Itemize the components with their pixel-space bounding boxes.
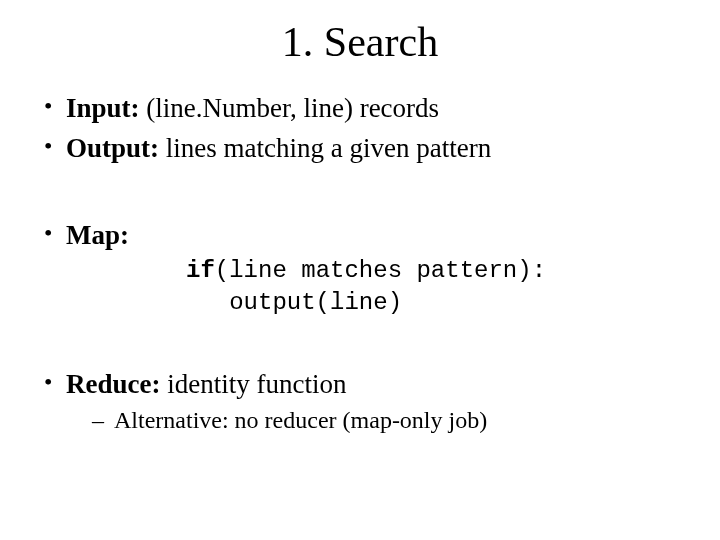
output-label: Output: (66, 133, 159, 163)
reduce-label: Reduce: (66, 369, 160, 399)
bullet-map: Map: if(line matches pattern): output(li… (40, 217, 680, 318)
bullet-reduce: Reduce: identity function Alternative: n… (40, 366, 680, 437)
spacer (40, 322, 680, 366)
code-keyword-if: if (186, 257, 215, 284)
code-line1-rest: (line matches pattern): (215, 257, 546, 284)
bullet-output: Output: lines matching a given pattern (40, 130, 680, 166)
slide: 1. Search Input: (line.Number, line) rec… (0, 0, 720, 540)
slide-title: 1. Search (40, 18, 680, 66)
map-label: Map: (66, 220, 129, 250)
reduce-alternative: Alternative: no reducer (map-only job) (92, 404, 680, 436)
reduce-sublist: Alternative: no reducer (map-only job) (66, 404, 680, 436)
code-line2: output(line) (186, 289, 402, 316)
input-label: Input: (66, 93, 140, 123)
spacer (40, 171, 680, 217)
map-code: if(line matches pattern): output(line) (186, 255, 680, 317)
bullet-list: Input: (line.Number, line) records Outpu… (40, 90, 680, 437)
output-text: lines matching a given pattern (159, 133, 491, 163)
reduce-text: identity function (160, 369, 346, 399)
input-text: (line.Number, line) records (140, 93, 440, 123)
bullet-input: Input: (line.Number, line) records (40, 90, 680, 126)
